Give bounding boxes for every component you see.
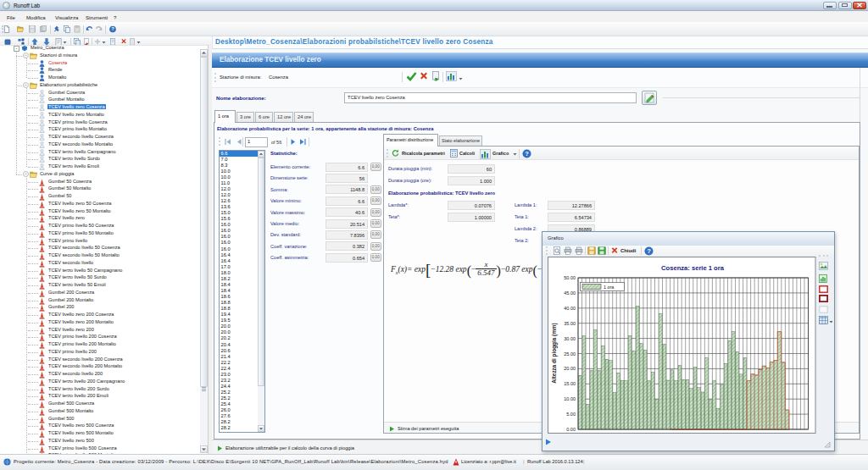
svg-text:30.00: 30.00 [564,336,576,341]
svg-text:Cosenza: serie 1 ora: Cosenza: serie 1 ora [661,264,725,272]
svg-text:40.00: 40.00 [564,306,576,311]
svg-text:45.00: 45.00 [564,290,576,296]
svg-text:0.00: 0.00 [566,427,576,432]
svg-text:5.00: 5.00 [566,412,576,417]
svg-text:20.00: 20.00 [564,366,576,371]
svg-text:25.00: 25.00 [564,351,576,357]
svg-text:35.00: 35.00 [564,321,576,326]
svg-text:50.00: 50.00 [564,275,576,280]
svg-text:Altezza di pioggia (mm): Altezza di pioggia (mm) [551,323,558,383]
svg-text:1 ora: 1 ora [604,285,614,290]
svg-text:?: ? [525,150,529,158]
svg-text:?: ? [111,26,114,31]
svg-text:15.00: 15.00 [564,381,576,386]
svg-text:?: ? [647,247,651,255]
svg-text:10.00: 10.00 [564,396,576,401]
